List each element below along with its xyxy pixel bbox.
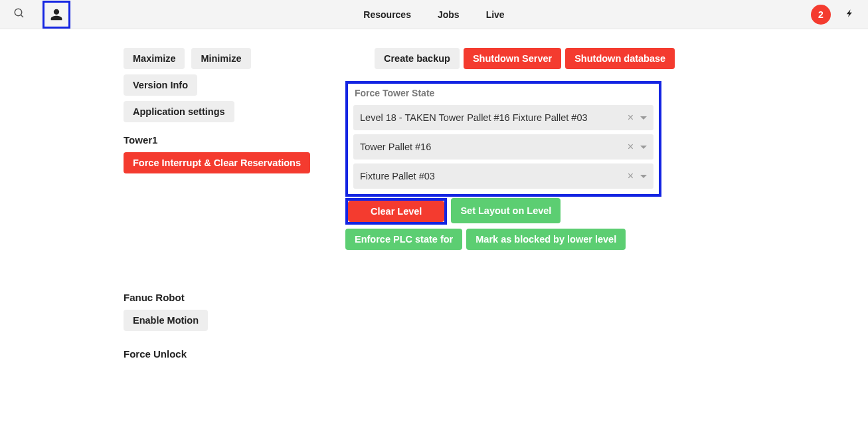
- minimize-button[interactable]: Minimize: [191, 48, 250, 69]
- right-column: Create backup Shutdown Server Shutdown d…: [312, 48, 764, 366]
- shutdown-database-button[interactable]: Shutdown database: [565, 48, 675, 69]
- enforce-plc-button[interactable]: Enforce PLC state for: [345, 229, 462, 250]
- shutdown-server-button[interactable]: Shutdown Server: [464, 48, 561, 69]
- svg-line-1: [21, 15, 23, 17]
- tower-pallet-value: Tower Pallet #16: [360, 142, 628, 152]
- main-content: Maximize Minimize Version Info Applicati…: [0, 29, 868, 366]
- clear-icon[interactable]: ×: [628, 142, 634, 152]
- force-interrupt-button[interactable]: Force Interrupt & Clear Reservations: [124, 152, 310, 173]
- create-backup-button[interactable]: Create backup: [375, 48, 460, 69]
- top-nav: Resources Jobs Live: [363, 9, 504, 20]
- chevron-down-icon[interactable]: [640, 146, 647, 149]
- maximize-button[interactable]: Maximize: [124, 48, 185, 69]
- level-select-value: Level 18 - TAKEN Tower Pallet #16 Fixtur…: [360, 112, 628, 123]
- left-column: Maximize Minimize Version Info Applicati…: [0, 48, 312, 366]
- chevron-down-icon[interactable]: [640, 175, 647, 178]
- left-toolbar: Maximize Minimize Version Info Applicati…: [124, 48, 312, 128]
- user-icon: [50, 8, 63, 21]
- topbar-left: [13, 1, 70, 29]
- topbar: Resources Jobs Live 2: [0, 0, 868, 29]
- fixture-pallet-select[interactable]: Fixture Pallet #03 ×: [353, 163, 653, 189]
- clear-icon[interactable]: ×: [628, 171, 634, 181]
- lightning-icon[interactable]: [845, 7, 855, 22]
- version-info-button[interactable]: Version Info: [124, 74, 197, 96]
- application-settings-button[interactable]: Application settings: [124, 101, 234, 122]
- force-tower-state-panel: Force Tower State Level 18 - TAKEN Tower…: [345, 81, 661, 197]
- nav-jobs[interactable]: Jobs: [438, 9, 460, 20]
- panel-title: Force Tower State: [355, 88, 653, 98]
- enable-motion-button[interactable]: Enable Motion: [124, 310, 208, 331]
- topbar-right: 2: [811, 5, 855, 25]
- clear-level-highlight: Clear Level: [345, 198, 447, 225]
- clear-level-button[interactable]: Clear Level: [348, 201, 444, 222]
- right-toolbar: Create backup Shutdown Server Shutdown d…: [345, 48, 757, 74]
- user-avatar-highlight[interactable]: [43, 1, 70, 29]
- nav-resources[interactable]: Resources: [363, 9, 411, 20]
- clear-icon[interactable]: ×: [628, 112, 634, 123]
- nav-live[interactable]: Live: [486, 9, 505, 20]
- svg-point-0: [15, 9, 22, 16]
- fixture-pallet-value: Fixture Pallet #03: [360, 171, 628, 181]
- search-icon[interactable]: [13, 7, 25, 21]
- mark-blocked-button[interactable]: Mark as blocked by lower level: [466, 229, 626, 250]
- panel-actions: Clear Level Set Layout on Level Enforce …: [345, 198, 664, 255]
- tower-title: Tower1: [124, 134, 312, 146]
- tower-pallet-select[interactable]: Tower Pallet #16 ×: [353, 134, 653, 160]
- robot-title: Fanuc Robot: [124, 292, 312, 303]
- level-select[interactable]: Level 18 - TAKEN Tower Pallet #16 Fixtur…: [353, 105, 653, 130]
- set-layout-button[interactable]: Set Layout on Level: [451, 198, 561, 223]
- chevron-down-icon[interactable]: [640, 116, 647, 120]
- notification-badge[interactable]: 2: [811, 5, 831, 25]
- force-unlock-title: Force Unlock: [124, 348, 312, 360]
